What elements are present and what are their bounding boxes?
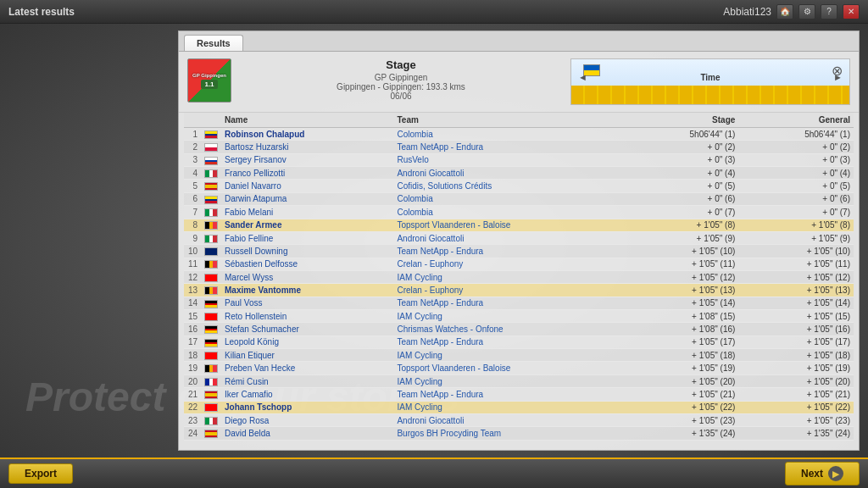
top-bar: Latest results Abbiati123 🏠 ⚙ ? ✕ [0,0,868,24]
cell-general-time: + 1'05" (19) [738,362,854,374]
flag-esp [204,391,218,399]
profile-nav-right[interactable]: ► [833,72,843,82]
cell-flag [201,374,221,387]
cell-flag [201,245,221,258]
table-row: 20Rémi CusinIAM Cycling+ 1'05" (20)+ 1'0… [184,374,854,387]
cell-team: Team NetApp - Endura [393,388,623,401]
cell-flag [201,192,221,205]
flag-swi [204,352,218,360]
cell-stage-time: + 1'05" (9) [624,231,739,244]
race-date: 06/06 [240,92,562,101]
cell-stage-time: + 1'05" (17) [624,336,739,348]
flag-ita [204,417,218,425]
close-button[interactable]: ✕ [843,4,860,19]
cell-name: Paul Voss [221,297,393,309]
tab-row: Results [179,31,859,52]
cell-flag [201,153,221,166]
table-row: 14Paul VossTeam NetApp - Endura+ 1'05" (… [184,297,854,309]
cell-team: Team NetApp - Endura [393,141,623,153]
home-button[interactable]: 🏠 [776,4,793,19]
flag-ita [204,235,218,243]
table-row: 17Leopold KönigTeam NetApp - Endura+ 1'0… [184,336,854,348]
cell-name: Bartosz Huzarski [221,141,393,153]
cell-flag [201,167,221,180]
flag-esp [204,430,218,438]
cell-stage-time: + 0" (6) [624,192,739,205]
table-row: 13Maxime VantommeCrelan - Euphony+ 1'05"… [184,284,854,297]
results-table-container[interactable]: Name Team Stage General 1Robinson Chalap… [179,113,859,450]
cell-team: IAM Cycling [393,349,623,362]
cell-rank: 22 [184,401,201,413]
cell-team: Crelan - Euphony [393,284,623,297]
username-label: Abbiati123 [723,6,771,18]
help-button[interactable]: ? [821,4,837,19]
cell-rank: 5 [184,180,201,192]
stage-info: Stage GP Gippingen Gippingen - Gippingen… [240,58,562,101]
cell-general-time: + 1'35" (24) [738,427,854,440]
settings-button[interactable]: ⚙ [798,4,815,19]
cell-flag [201,362,221,374]
table-row: 23Diego RosaAndroni Giocattoli+ 1'05" (2… [184,413,854,426]
profile-nav-left[interactable]: ◄ [578,72,587,82]
flag-pol [204,143,218,152]
cell-name: Diego Rosa [221,413,393,426]
cell-stage-time: + 1'05" (11) [624,258,739,270]
cell-general-time: + 1'05" (11) [738,258,854,270]
cell-general-time: + 1'05" (13) [738,284,854,297]
cell-stage-time: + 1'05" (21) [624,388,739,401]
cell-team: Team NetApp - Endura [393,336,623,348]
content-area: GP Gippingen 1.1 Stage GP Gippingen Gipp… [179,52,859,450]
tab-results[interactable]: Results [184,35,243,51]
cell-general-time: + 1'05" (18) [738,349,854,362]
cell-name: Russell Downing [221,245,393,258]
cell-name: Franco Pellizotti [221,167,393,180]
cell-general-time: + 1'05" (12) [738,270,854,283]
cell-team: IAM Cycling [393,401,623,413]
cell-name: Johann Tschopp [221,401,393,413]
cell-flag [201,219,221,231]
stage-header: GP Gippingen 1.1 Stage GP Gippingen Gipp… [179,52,859,113]
table-row: 21Iker CamafioTeam NetApp - Endura+ 1'05… [184,388,854,401]
table-row: 12Marcel WyssIAM Cycling+ 1'05" (12)+ 1'… [184,270,854,283]
flag-rus [204,157,218,165]
cell-rank: 9 [184,231,201,244]
cell-stage-time: + 1'05" (14) [624,297,739,309]
cell-name: Iker Camafio [221,388,393,401]
header-stage: Stage [624,113,739,128]
header-general: General [738,113,854,128]
cell-flag [201,206,221,219]
cell-team: Colombia [393,192,623,205]
cell-stage-time: + 1'05" (19) [624,362,739,374]
cell-general-time: + 1'05" (20) [738,374,854,387]
cell-rank: 19 [184,362,201,374]
flag-ita [204,208,218,217]
table-row: 5Daniel NavarroCofidis, Solutions Crédit… [184,180,854,192]
cell-rank: 23 [184,413,201,426]
flag-col [204,196,218,204]
cell-team: Chrismas Watches - Onfone [393,323,623,336]
cell-general-time: + 1'05" (23) [738,413,854,426]
cell-rank: 15 [184,310,201,323]
next-button[interactable]: Next ▶ [785,462,860,485]
table-row: 8Sander ArmeeTopsport Vlaanderen - Baloi… [184,219,854,231]
flag-ita [204,169,218,178]
cell-name: Leopold König [221,336,393,348]
cell-team: Topsport Vlaanderen - Baloise [393,219,623,231]
cell-rank: 14 [184,297,201,309]
cell-general-time: + 0" (2) [738,141,854,153]
cell-name: Sander Armee [221,219,393,231]
export-button[interactable]: Export [8,463,73,484]
cell-team: Cofidis, Solutions Crédits [393,180,623,192]
header-team: Team [393,113,623,128]
cell-general-time: + 1'05" (15) [738,310,854,323]
cell-team: Crelan - Euphony [393,258,623,270]
cell-name: Sergey Firsanov [221,153,393,166]
cell-general-time: + 1'05" (8) [738,219,854,231]
table-row: 24David BeldaBurgos BH Procyding Team+ 1… [184,427,854,440]
cell-name: Reto Hollenstein [221,310,393,323]
cell-team: Androni Giocattoli [393,167,623,180]
cell-name: Preben Van Hecke [221,362,393,374]
results-table: Name Team Stage General 1Robinson Chalap… [184,113,854,441]
cell-flag [201,270,221,283]
cell-stage-time: + 1'05" (23) [624,413,739,426]
